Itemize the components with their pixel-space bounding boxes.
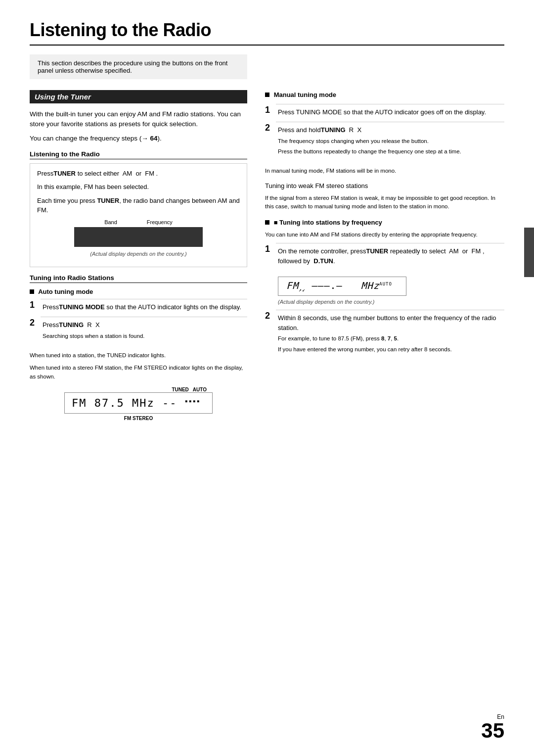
weak-fm-text: If the signal from a stereo FM station i… (265, 194, 504, 211)
manual-step-1-content: Press TUNING MODE so that the AUTO indic… (276, 104, 504, 122)
manual-mode-label: Manual tuning mode (265, 90, 504, 100)
using-tuner-heading: Using the Tuner (30, 90, 247, 103)
weak-fm-heading: Tuning into weak FM stereo stations (265, 181, 504, 191)
manual-step-2: 2 Press and holdTUNING R X The frequency… (265, 122, 504, 161)
using-tuner-section: With the built-in tuner you can enjoy AM… (30, 109, 247, 143)
tuned-indicator-note: When tuned into a station, the TUNED ind… (30, 351, 247, 360)
auto-step-2-content: PressTUNING R X Searching stops when a s… (41, 317, 247, 345)
auto-step-2: 2 PressTUNING R X Searching stops when a… (30, 317, 247, 345)
fm-freq-display-wrap: FM↗↙ ———.— MHzAUTO (278, 277, 504, 296)
right-column: Manual tuning mode 1 Press TUNING MODE s… (265, 90, 504, 427)
manual-step-2-sub2: Press the buttons repeatedly to change t… (278, 147, 504, 156)
freq-step-2-sub1: For example, to tune to 87.5 (FM), press… (278, 334, 504, 343)
mono-note: In manual tuning mode, FM stations will … (265, 167, 504, 175)
freq-step-num-2: 2 (265, 310, 276, 359)
tuner-line1: PressTUNER to select either AM or FM . (37, 169, 240, 179)
manual-tuning-steps: 1 Press TUNING MODE so that the AUTO ind… (265, 104, 504, 161)
freq-step-1-text: On the remote controller, pressTUNER rep… (278, 246, 504, 266)
freq-step-num-1: 1 (265, 243, 276, 271)
manual-step-num-1: 1 (265, 104, 276, 122)
fm-display-main: FM 87.5 MHz -- ▪▪▪▪ (64, 392, 213, 414)
auto-mode-text: Auto tuning mode (38, 288, 93, 295)
tuning-freq-bullet (265, 220, 269, 225)
fm-display-text: FM 87.5 MHz -- (72, 397, 177, 409)
manual-step-2-content: Press and holdTUNING R X The frequency s… (276, 122, 504, 161)
manual-mode-text: Manual tuning mode (274, 91, 336, 98)
small-indicators: ▪▪▪▪ (185, 398, 201, 403)
using-tuner-para2: You can change the frequency steps (→ 64… (30, 134, 247, 143)
freq-step-2-content: Within 8 seconds, use the number buttons… (276, 310, 504, 359)
auto-step-2-text: PressTUNING R X (43, 320, 247, 330)
main-content: Using the Tuner With the built-in tuner … (30, 90, 504, 427)
auto-mode-label: Auto tuning mode (30, 287, 247, 297)
tuner-example-box: PressTUNER to select either AM or FM . I… (30, 163, 247, 268)
page-number: 35 (481, 719, 504, 742)
tuning-freq-text: ■ Tuning into stations by frequency (274, 219, 382, 226)
left-column: Using the Tuner With the built-in tuner … (30, 90, 247, 427)
tuner-line2: In this example, FM has been selected. (37, 182, 240, 192)
sidebar-tab (524, 228, 534, 277)
listening-subheading: Listening to the Radio (30, 150, 247, 159)
tuning-freq-intro: You can tune into AM and FM stations dir… (265, 231, 504, 239)
step-num-2: 2 (30, 317, 41, 345)
intro-text: This section describes the procedure usi… (38, 59, 227, 74)
using-tuner-para1: With the built-in tuner you can enjoy AM… (30, 109, 247, 130)
freq-step-2: 2 Within 8 seconds, use the number butto… (265, 310, 504, 359)
freq-step-1-content: On the remote controller, pressTUNER rep… (276, 243, 504, 271)
band-freq-row: Band Frequency (37, 219, 240, 225)
display-graphic (74, 227, 203, 247)
fm-freq-text: FM↗↙ ———.— MHzAUTO (286, 280, 392, 291)
freq-tuning-steps: 1 On the remote controller, pressTUNER r… (265, 243, 504, 271)
freq-step-2-text: Within 8 seconds, use the number buttons… (278, 313, 504, 332)
tuning-freq-label: ■ Tuning into stations by frequency (265, 218, 504, 228)
actual-display-note: (Actual display depends on the country.) (37, 250, 240, 258)
auto-step-1-text: PressTUNING MODE so that the AUTO indica… (43, 302, 247, 312)
manual-step-1: 1 Press TUNING MODE so that the AUTO ind… (265, 104, 504, 122)
manual-step-1-text: Press TUNING MODE so that the AUTO indic… (278, 107, 504, 117)
step-num-1: 1 (30, 299, 41, 317)
tuned-label: TUNED (172, 387, 188, 392)
manual-step-2-text: Press and holdTUNING R X (278, 125, 504, 135)
auto-mode-bullet (30, 289, 34, 294)
tuning-stations-heading: Tuning into Radio Stations (30, 274, 247, 283)
auto-label: AUTO (193, 387, 207, 392)
auto-step-2-sub: Searching stops when a station is found. (43, 332, 247, 340)
tuned-labels-top: TUNED AUTO (64, 387, 213, 392)
frequency-label: Frequency (147, 219, 173, 225)
freq-step-1: 1 On the remote controller, pressTUNER r… (265, 243, 504, 271)
freq-step-2-sub2: If you have entered the wrong number, yo… (278, 345, 504, 354)
auto-step-1: 1 PressTUNING MODE so that the AUTO indi… (30, 299, 247, 317)
page-number-area: En 35 (481, 713, 504, 741)
freq-step-2-block: 2 Within 8 seconds, use the number butto… (265, 310, 504, 359)
freq-actual-display: (Actual display depends on the country.) (278, 298, 504, 306)
manual-mode-bullet (265, 93, 269, 97)
title-divider (30, 45, 504, 46)
fm-stereo-label: FM STEREO (124, 416, 153, 421)
fm-stereo-note: When tuned into a stereo FM station, the… (30, 364, 247, 381)
manual-step-num-2: 2 (265, 122, 276, 161)
intro-box: This section describes the procedure usi… (30, 54, 247, 79)
auto-tuning-steps: 1 PressTUNING MODE so that the AUTO indi… (30, 299, 247, 345)
fm-freq-display: FM↗↙ ———.— MHzAUTO (278, 277, 406, 296)
page-title: Listening to the Radio (30, 20, 504, 41)
fm-display-wrap: TUNED AUTO FM 87.5 MHz -- ▪▪▪▪ FM STEREO (30, 387, 247, 421)
manual-step-2-sub1: The frequency stops changing when you re… (278, 137, 504, 145)
tuner-line3: Each time you press TUNER, the radio ban… (37, 196, 240, 215)
band-label: Band (104, 219, 117, 225)
auto-step-1-content: PressTUNING MODE so that the AUTO indica… (41, 299, 247, 317)
